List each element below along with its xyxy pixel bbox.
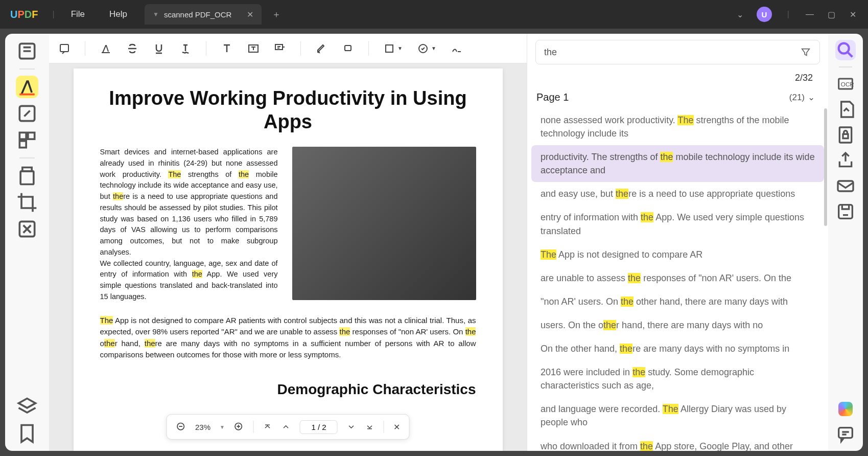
close-window-button[interactable]: ✕ bbox=[848, 10, 858, 19]
svg-text:OCR: OCR bbox=[841, 81, 854, 87]
convert-button[interactable] bbox=[835, 99, 856, 120]
scrollbar[interactable] bbox=[824, 108, 827, 226]
highlight-button[interactable] bbox=[100, 42, 112, 55]
search-panel: the 2/32 Page 1 (21) ⌄ none assessed wor… bbox=[527, 34, 828, 451]
new-tab-button[interactable]: ＋ bbox=[262, 8, 291, 20]
ocr-button[interactable]: OCR bbox=[835, 74, 856, 94]
form-tool[interactable] bbox=[16, 165, 38, 187]
search-result-item[interactable]: and language were recorded. The Allergy … bbox=[531, 397, 824, 434]
last-page-button[interactable] bbox=[365, 422, 374, 431]
tab-label: scanned PDF_OCR bbox=[164, 10, 232, 19]
menu-help[interactable]: Help bbox=[97, 9, 139, 19]
prev-page-button[interactable] bbox=[281, 422, 291, 431]
page-tool[interactable] bbox=[16, 129, 38, 151]
bookmark-tool[interactable] bbox=[16, 422, 38, 445]
svg-rect-22 bbox=[839, 428, 853, 438]
eraser-button[interactable] bbox=[342, 42, 354, 55]
result-count: 2/32 bbox=[527, 71, 828, 88]
search-result-item[interactable]: who downloaded it from the App store, Go… bbox=[531, 435, 824, 451]
search-result-item[interactable]: "non AR' users. On the other hand, there… bbox=[531, 290, 824, 313]
right-rail: OCR bbox=[828, 34, 863, 451]
svg-rect-5 bbox=[20, 171, 34, 185]
search-results[interactable]: none assessed work productivity. The str… bbox=[527, 108, 828, 451]
search-result-item[interactable]: entry of information with the App. We us… bbox=[531, 206, 824, 242]
tab-dropdown-icon[interactable]: ▼ bbox=[153, 11, 159, 18]
layers-tool[interactable] bbox=[16, 396, 38, 418]
signature-button[interactable] bbox=[451, 42, 463, 55]
ai-button[interactable] bbox=[835, 399, 856, 419]
search-result-item[interactable]: and easy use, but there is a need to use… bbox=[531, 182, 824, 206]
first-page-button[interactable] bbox=[263, 422, 272, 431]
svg-rect-7 bbox=[60, 44, 68, 52]
search-result-item[interactable]: productivity. The strengths of the mobil… bbox=[531, 145, 824, 182]
feedback-button[interactable] bbox=[835, 424, 856, 445]
document-viewport[interactable]: Improve Working Productivity in Using Ap… bbox=[49, 63, 527, 451]
note-button[interactable] bbox=[58, 42, 71, 55]
underline-button[interactable] bbox=[153, 42, 165, 55]
reader-tool[interactable] bbox=[16, 40, 38, 62]
svg-rect-19 bbox=[843, 134, 848, 138]
search-result-item[interactable]: are unable to assess the responses of "n… bbox=[531, 266, 824, 290]
close-icon[interactable]: ✕ bbox=[247, 10, 253, 19]
share-button[interactable] bbox=[835, 150, 856, 171]
maximize-button[interactable]: ▢ bbox=[826, 10, 836, 19]
page-image bbox=[292, 147, 476, 300]
zoom-dropdown-icon[interactable]: ▼ bbox=[220, 424, 225, 430]
minimize-button[interactable]: — bbox=[805, 10, 815, 19]
search-result-item[interactable]: none assessed work productivity. The str… bbox=[531, 108, 824, 145]
menu-file[interactable]: File bbox=[59, 9, 97, 19]
pencil-button[interactable] bbox=[315, 42, 327, 55]
search-result-item[interactable]: 2016 were included in the study. Some de… bbox=[531, 360, 824, 397]
save-button[interactable] bbox=[835, 201, 856, 222]
comment-tool[interactable] bbox=[16, 76, 38, 98]
strikethrough-button[interactable] bbox=[126, 42, 138, 55]
stamp-button[interactable]: ▼ bbox=[417, 42, 436, 55]
titlebar: UPDF | File Help ▼ scanned PDF_OCR ✕ ＋ ⌄… bbox=[0, 0, 868, 29]
zoom-out-button[interactable] bbox=[176, 422, 186, 432]
next-page-button[interactable] bbox=[347, 422, 356, 431]
page-result-label: Page 1 bbox=[536, 92, 569, 103]
divider: | bbox=[787, 10, 789, 19]
crop-tool[interactable] bbox=[16, 191, 38, 214]
document-tab[interactable]: ▼ scanned PDF_OCR ✕ bbox=[145, 4, 262, 25]
annotation-toolbar: ▼ ▼ bbox=[49, 34, 527, 63]
search-button[interactable] bbox=[835, 40, 856, 60]
edit-tool[interactable] bbox=[16, 102, 38, 125]
search-result-item[interactable]: On the other hand, there are many days w… bbox=[531, 337, 824, 360]
page-nav-bar: 23% ▼ 1 / 2 ✕ bbox=[166, 414, 410, 440]
close-pagebar-button[interactable]: ✕ bbox=[393, 422, 400, 432]
app-logo: UPDF bbox=[0, 9, 48, 20]
callout-button[interactable] bbox=[274, 42, 286, 55]
user-avatar[interactable]: U bbox=[757, 7, 772, 22]
section-heading: Demographic Characteristics bbox=[100, 381, 476, 398]
svg-rect-11 bbox=[386, 45, 393, 52]
main-area: ▼ ▼ Improve Working Productivity in Usin… bbox=[0, 29, 868, 456]
filter-icon[interactable] bbox=[800, 47, 811, 58]
search-result-item[interactable]: users. On the other hand, there are many… bbox=[531, 313, 824, 337]
rectangle-button[interactable]: ▼ bbox=[383, 42, 403, 55]
svg-rect-3 bbox=[28, 132, 35, 139]
page-result-header[interactable]: Page 1 (21) ⌄ bbox=[527, 88, 828, 108]
divider: | bbox=[52, 10, 54, 19]
search-result-item[interactable]: The App is not designed to compare AR bbox=[531, 243, 824, 266]
zoom-level[interactable]: 23% bbox=[195, 423, 210, 431]
chevron-down-icon[interactable]: ⌄ bbox=[735, 10, 745, 19]
textbox-button[interactable] bbox=[247, 42, 260, 55]
svg-rect-4 bbox=[19, 141, 26, 148]
chevron-down-icon: ⌄ bbox=[808, 92, 815, 103]
body-text-2: The App is not designed to compare AR pa… bbox=[100, 315, 476, 361]
body-text: Smart devices and internet-based applica… bbox=[100, 147, 278, 303]
squiggle-button[interactable] bbox=[179, 42, 192, 55]
svg-rect-21 bbox=[839, 205, 853, 219]
protect-button[interactable] bbox=[835, 125, 856, 145]
svg-rect-2 bbox=[19, 132, 26, 139]
zoom-in-button[interactable] bbox=[234, 422, 244, 432]
redact-tool[interactable] bbox=[16, 218, 38, 240]
search-input[interactable]: the bbox=[535, 40, 820, 64]
svg-rect-20 bbox=[838, 181, 853, 191]
document-page: Improve Working Productivity in Using Ap… bbox=[74, 69, 503, 451]
email-button[interactable] bbox=[835, 176, 856, 196]
page-input[interactable]: 1 / 2 bbox=[300, 420, 338, 434]
svg-rect-10 bbox=[345, 45, 351, 51]
text-button[interactable] bbox=[221, 42, 233, 55]
